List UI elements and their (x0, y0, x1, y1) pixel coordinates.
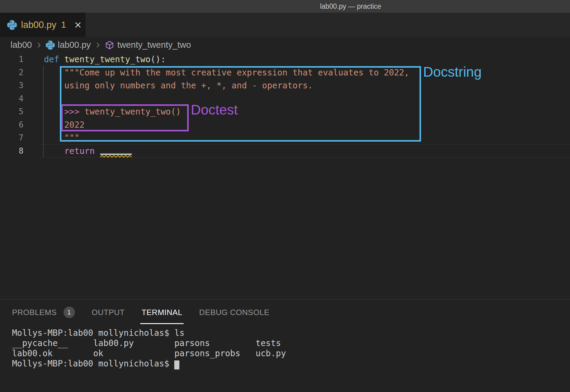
doctest-annotation-label: Doctest (191, 102, 238, 118)
code-text: """Come up with the most creative expres… (44, 66, 409, 79)
tab-close-icon[interactable] (74, 21, 82, 29)
panel-tab-label: OUTPUT (92, 308, 125, 317)
code-text: 2022 (44, 118, 85, 132)
line-number: 1 (0, 53, 23, 66)
breadcrumb: lab00 lab00.py twenty_twenty_two (0, 37, 570, 53)
line-number: 5 (0, 105, 23, 118)
code-line[interactable]: 3 using only numbers and the +, *, and -… (0, 79, 570, 92)
python-file-icon (7, 20, 17, 30)
code-text: return (44, 145, 100, 158)
code-text: using only numbers and the +, *, and - o… (44, 79, 313, 92)
breadcrumb-file[interactable]: lab00.py (58, 40, 91, 50)
code-line[interactable]: 7 """ (0, 131, 570, 145)
line-number: 3 (0, 79, 23, 92)
breadcrumb-folder[interactable]: lab00 (11, 40, 32, 50)
terminal-line: __pycache__ lab00.py parsons tests (12, 338, 286, 348)
code-line[interactable]: 1def twenty_twenty_two(): (0, 53, 570, 66)
tab-modified-badge: 1 (61, 20, 66, 30)
line-number: 2 (0, 66, 23, 79)
code-line[interactable]: 5 >>> twenty_twenty_two() (0, 105, 570, 118)
tab-lab00-py[interactable]: lab00.py 1 (0, 13, 85, 37)
bottom-panel: PROBLEMS1OUTPUTTERMINALDEBUG CONSOLE Mol… (0, 299, 570, 392)
line-number: 8 (0, 145, 23, 158)
code-editor[interactable]: 1def twenty_twenty_two():2 """Come up wi… (0, 53, 570, 299)
problems-count-badge: 1 (64, 307, 75, 318)
chevron-right-icon (35, 41, 43, 49)
trailing-whitespace-highlight (100, 154, 132, 155)
panel-tab-terminal[interactable]: TERMINAL (141, 308, 182, 317)
line-number: 4 (0, 92, 23, 106)
editor-tab-bar: lab00.py 1 (0, 13, 570, 37)
symbol-namespace-cube-icon (105, 40, 114, 50)
warning-squiggle-icon (100, 155, 132, 158)
panel-tab-bar: PROBLEMS1OUTPUTTERMINALDEBUG CONSOLE (0, 299, 570, 325)
terminal-line: lab00.ok ok parsons_probs ucb.py (12, 348, 286, 359)
terminal-line: Mollys-MBP:lab00 mollynicholas$ (12, 359, 286, 369)
code-lines: 1def twenty_twenty_two():2 """Come up wi… (0, 53, 570, 158)
terminal-cursor (174, 360, 179, 369)
panel-tab-output[interactable]: OUTPUT (92, 308, 125, 317)
code-line[interactable]: 8 return (0, 145, 570, 158)
python-file-icon (46, 41, 55, 50)
panel-tab-label: PROBLEMS (12, 308, 57, 317)
code-text: >>> twenty_twenty_two() (44, 105, 181, 118)
chevron-right-icon (94, 41, 102, 49)
line-number: 6 (0, 118, 23, 132)
code-line[interactable]: 2 """Come up with the most creative expr… (0, 66, 570, 79)
docstring-annotation-label: Docstring (423, 64, 482, 80)
line-number: 7 (0, 131, 23, 145)
window-title: lab00.py — practice (320, 2, 381, 11)
terminal-line: Mollys-MBP:lab00 mollynicholas$ ls (12, 328, 286, 338)
terminal-output[interactable]: Mollys-MBP:lab00 mollynicholas$ ls__pyca… (12, 328, 286, 369)
panel-tab-problems[interactable]: PROBLEMS1 (12, 307, 75, 318)
code-text: def twenty_twenty_two(): (44, 53, 166, 66)
panel-tab-debug-console[interactable]: DEBUG CONSOLE (199, 308, 269, 317)
breadcrumb-symbol[interactable]: twenty_twenty_two (117, 40, 191, 50)
tab-filename: lab00.py (21, 20, 56, 30)
panel-tab-label: DEBUG CONSOLE (199, 308, 269, 317)
code-line[interactable]: 6 2022 (0, 118, 570, 132)
window-titlebar: lab00.py — practice (0, 0, 570, 13)
code-text: """ (44, 131, 79, 145)
vscode-window: lab00.py — practice lab00.py 1 lab00 (0, 0, 570, 392)
panel-tab-label: TERMINAL (141, 308, 182, 317)
code-line[interactable]: 4 (0, 92, 570, 106)
